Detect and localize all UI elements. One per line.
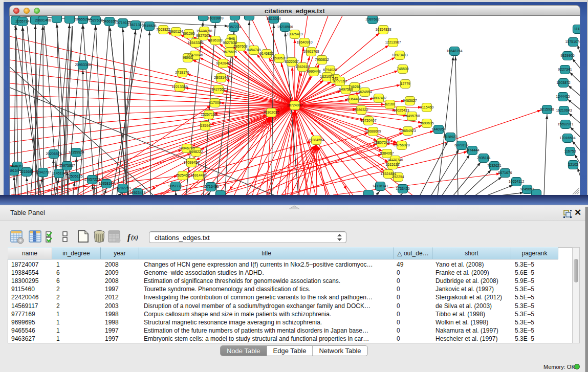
svg-text:1203872: 1203872 [556,81,570,84]
svg-text:9146821: 9146821 [259,52,273,55]
svg-text:20364436: 20364436 [345,97,361,101]
svg-text:19384554: 19384554 [308,138,324,142]
svg-text:10975887: 10975887 [59,164,75,167]
svg-text:10688609: 10688609 [365,129,381,133]
svg-text:3675685: 3675685 [223,50,236,54]
svg-text:9384067: 9384067 [380,151,394,155]
svg-text:20206576: 20206576 [46,152,61,156]
svg-text:8215938: 8215938 [540,107,554,111]
svg-text:15720407: 15720407 [360,119,376,122]
svg-text:10654112: 10654112 [509,180,525,183]
svg-text:62160: 62160 [385,102,395,106]
svg-text:1145194: 1145194 [52,171,66,175]
svg-text:20691406: 20691406 [35,18,51,22]
svg-text:12213967: 12213967 [385,40,401,44]
svg-text:9227341: 9227341 [558,68,572,71]
svg-text:485061: 485061 [11,164,23,168]
svg-text:16120746: 16120746 [387,158,403,162]
svg-text:8938923: 8938923 [443,135,457,139]
svg-text:12942737: 12942737 [35,170,51,174]
svg-text:417006: 417006 [209,101,221,104]
svg-text:9827503: 9827503 [196,34,210,37]
svg-text:6794028: 6794028 [323,68,337,72]
svg-text:1112: 1112 [574,27,580,31]
svg-text:14136141: 14136141 [372,184,388,188]
svg-text:13325419: 13325419 [287,32,302,36]
svg-text:10807487: 10807487 [371,96,386,100]
svg-text:(x): (x) [131,234,138,241]
svg-text:1733426: 1733426 [396,187,409,190]
svg-text:9699695: 9699695 [420,121,433,125]
svg-text:1244415: 1244415 [556,95,570,98]
svg-text:1362615: 1362615 [295,65,309,69]
svg-text:9329906: 9329906 [560,54,574,57]
svg-text:7632621: 7632621 [487,164,501,167]
svg-text:1440954: 1440954 [431,127,445,131]
svg-text:16210643: 16210643 [556,108,572,112]
svg-text:2935114: 2935114 [477,156,491,160]
svg-text:12213389: 12213389 [171,85,187,89]
svg-text:9857771: 9857771 [168,184,182,188]
svg-text:18807249: 18807249 [374,141,389,144]
svg-text:9463627: 9463627 [403,99,417,102]
svg-text:12505135: 12505135 [67,174,82,178]
svg-text:16543382: 16543382 [187,41,203,45]
svg-text:16495758: 16495758 [404,114,420,118]
svg-text:10958107: 10958107 [98,182,114,185]
svg-text:17016504: 17016504 [559,136,575,140]
svg-text:1615132: 1615132 [385,163,399,166]
svg-text:16033809: 16033809 [207,16,223,20]
svg-text:2718176: 2718176 [175,71,189,74]
svg-text:116753: 116753 [564,149,576,153]
svg-text:7625462: 7625462 [176,173,189,177]
svg-text:1215681: 1215681 [19,170,33,173]
svg-text:1527602: 1527602 [89,18,102,22]
svg-text:9115460: 9115460 [420,105,434,109]
svg-text:7357274: 7357274 [227,25,241,29]
svg-text:13267130: 13267130 [201,113,216,116]
svg-text:9527508: 9527508 [223,41,236,45]
svg-text:18640910: 18640910 [296,40,312,44]
svg-text:12103: 12103 [568,163,578,166]
svg-text:252254: 252254 [392,175,404,179]
svg-text:10961768: 10961768 [303,50,319,53]
svg-text:9498222: 9498222 [189,150,203,154]
svg-text:9242848: 9242848 [216,61,230,65]
svg-text:546: 546 [229,37,235,40]
svg-text:7663822: 7663822 [156,28,170,31]
svg-text:15751074: 15751074 [565,40,580,43]
svg-text:15226058: 15226058 [196,29,212,33]
svg-text:14099459: 14099459 [183,161,199,164]
svg-text:8186328: 8186328 [208,38,222,42]
svg-text:16782759: 16782759 [115,186,130,190]
svg-text:16671355: 16671355 [127,23,143,27]
svg-text:6879197: 6879197 [454,143,468,147]
svg-text:98961: 98961 [183,56,193,59]
svg-text:746266: 746266 [349,85,360,89]
svg-text:9990448: 9990448 [307,70,320,73]
svg-text:8427552: 8427552 [211,87,225,91]
svg-text:12779: 12779 [400,82,410,85]
svg-text:10025433: 10025433 [393,108,409,112]
svg-text:39154: 39154 [10,169,19,172]
svg-text:10756928: 10756928 [394,143,409,147]
svg-text:15716485: 15716485 [203,185,219,188]
svg-text:10046786: 10046786 [179,146,194,150]
svg-text:10973493: 10973493 [391,53,407,57]
svg-text:8322037: 8322037 [285,60,298,63]
svg-text:20953346: 20953346 [75,63,91,67]
svg-text:8960124: 8960124 [169,30,183,33]
svg-text:2803144: 2803144 [214,76,228,79]
svg-text:53594: 53594 [200,124,210,127]
svg-text:3624554: 3624554 [358,90,372,94]
svg-text:16914479: 16914479 [190,173,206,177]
svg-text:9474444: 9474444 [465,148,479,152]
svg-text:2867608: 2867608 [233,45,247,48]
svg-text:8471676: 8471676 [498,171,512,174]
svg-text:17359924: 17359924 [68,150,84,154]
svg-text:25302035: 25302035 [263,111,279,114]
svg-text:19654923: 19654923 [400,129,416,133]
svg-text:12923448: 12923448 [129,191,145,194]
svg-text:16154838: 16154838 [375,28,391,31]
svg-text:17957223: 17957223 [84,178,100,181]
